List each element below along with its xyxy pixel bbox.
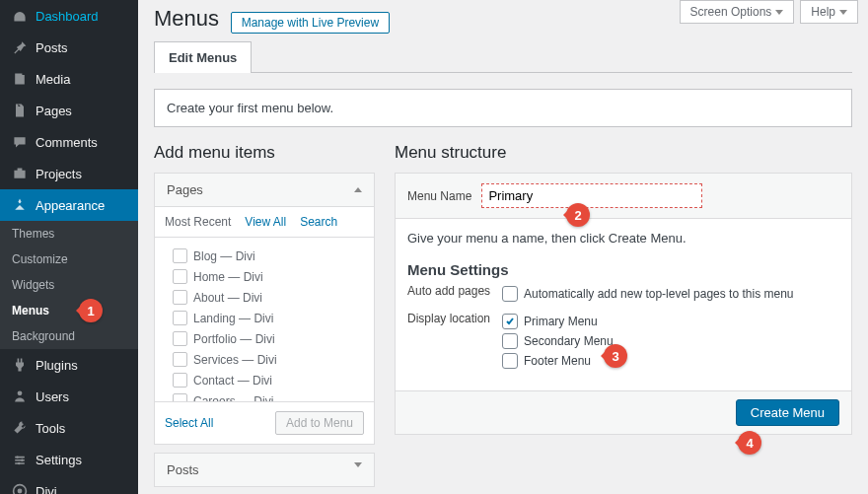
sidebar-item-pages[interactable]: Pages <box>0 95 138 126</box>
media-icon <box>10 71 30 87</box>
location-checkbox[interactable] <box>502 314 518 329</box>
pin-icon <box>10 39 30 55</box>
sidebar-item-label: Posts <box>36 40 68 55</box>
page-item[interactable]: Home — Divi <box>173 266 368 287</box>
menu-name-hint: Give your menu a name, then click Create… <box>407 231 839 246</box>
location-checkbox[interactable] <box>502 333 518 349</box>
sidebar-item-label: Appearance <box>36 198 105 213</box>
sidebar-item-label: Pages <box>36 104 72 118</box>
comments-icon <box>10 134 30 150</box>
sidebar-item-media[interactable]: Media <box>0 63 138 95</box>
page-checkbox[interactable] <box>173 373 187 388</box>
chevron-up-icon <box>354 187 362 192</box>
page-checkbox[interactable] <box>173 269 187 284</box>
subtab-most-recent[interactable]: Most Recent <box>165 215 231 229</box>
dashboard-icon <box>10 8 30 24</box>
page-item-label: Services — Divi <box>193 353 277 367</box>
manage-live-preview-button[interactable]: Manage with Live Preview <box>231 12 390 34</box>
auto-add-pages-label: Auto add pages <box>407 284 502 304</box>
sidebar-item-label: Media <box>36 72 70 87</box>
add-to-menu-button[interactable]: Add to Menu <box>275 411 364 435</box>
page-item[interactable]: Services — Divi <box>173 349 368 370</box>
sidebar-item-posts[interactable]: Posts <box>0 32 138 63</box>
sidebar-sub-background[interactable]: Background <box>0 323 138 349</box>
page-checkbox[interactable] <box>173 393 187 401</box>
page-item[interactable]: Careers — Divi <box>173 390 368 401</box>
page-checkbox[interactable] <box>173 352 187 367</box>
menu-name-input[interactable] <box>481 183 702 208</box>
page-item-label: Careers — Divi <box>193 394 273 402</box>
page-item[interactable]: Contact — Divi <box>173 370 368 390</box>
annotation-4: 4 <box>738 431 761 455</box>
sidebar-item-label: Users <box>36 389 69 404</box>
create-menu-button[interactable]: Create Menu <box>736 399 839 426</box>
chevron-down-icon <box>354 462 362 467</box>
page-title: Menus <box>154 6 219 32</box>
sidebar-item-dashboard[interactable]: Dashboard <box>0 0 138 32</box>
page-item[interactable]: Blog — Divi <box>173 246 368 266</box>
annotation-2: 2 <box>566 203 590 227</box>
sidebar-sub-widgets[interactable]: Widgets <box>0 272 138 298</box>
tab-edit-menus[interactable]: Edit Menus <box>154 41 252 73</box>
add-menu-items-heading: Add menu items <box>154 143 375 163</box>
users-icon <box>10 388 30 404</box>
sidebar-item-label: Settings <box>36 453 82 467</box>
sidebar-item-appearance[interactable]: Appearance <box>0 189 138 221</box>
screen-options-button[interactable]: Screen Options <box>680 0 795 24</box>
sidebar-item-users[interactable]: Users <box>0 381 138 412</box>
sidebar-item-projects[interactable]: Projects <box>0 158 138 189</box>
page-item-label: Blog — Divi <box>193 249 255 263</box>
pages-icon <box>10 103 30 118</box>
select-all-link[interactable]: Select All <box>165 416 213 430</box>
auto-add-pages-option: Automatically add new top-level pages to… <box>524 287 794 301</box>
sidebar-item-label: Tools <box>36 421 65 436</box>
svg-point-3 <box>18 462 20 464</box>
annotation-3: 3 <box>604 344 627 368</box>
auto-add-pages-checkbox[interactable] <box>502 286 518 302</box>
location-checkbox[interactable] <box>502 353 518 369</box>
accordion-pages-toggle[interactable]: Pages <box>155 174 374 206</box>
annotation-1: 1 <box>79 299 103 322</box>
page-checkbox[interactable] <box>173 331 187 346</box>
subtab-search[interactable]: Search <box>300 215 337 229</box>
sidebar-item-label: Comments <box>36 135 98 150</box>
sidebar-sub-themes[interactable]: Themes <box>0 221 138 247</box>
page-item-label: Portfolio — Divi <box>193 332 275 346</box>
appearance-icon <box>10 197 30 213</box>
page-item[interactable]: Landing — Divi <box>173 308 368 328</box>
accordion-pages: Pages Most Recent View All Search Blog —… <box>154 173 375 445</box>
sidebar-item-label: Plugins <box>36 358 78 373</box>
subtab-view-all[interactable]: View All <box>245 215 286 229</box>
notice-create-first-menu: Create your first menu below. <box>154 89 852 127</box>
sidebar-item-tools[interactable]: Tools <box>0 412 138 444</box>
sidebar-item-label: Projects <box>36 167 82 181</box>
chevron-down-icon <box>839 10 847 15</box>
page-checkbox[interactable] <box>173 290 187 305</box>
display-location-label: Display location <box>407 312 502 371</box>
page-item-label: Landing — Divi <box>193 312 273 325</box>
page-item[interactable]: About — Divi <box>173 287 368 308</box>
menu-structure-heading: Menu structure <box>395 143 852 163</box>
sidebar-item-label: Dashboard <box>36 9 99 24</box>
location-label: Secondary Menu <box>524 334 614 348</box>
portfolio-icon <box>10 166 30 181</box>
menu-name-label: Menu Name <box>407 189 471 203</box>
sidebar-item-label: Divi <box>36 484 57 495</box>
page-checkbox[interactable] <box>173 248 187 263</box>
divi-icon <box>10 483 30 494</box>
accordion-posts-toggle[interactable]: Posts <box>154 453 375 487</box>
admin-sidebar: DashboardPostsMediaPagesCommentsProjects… <box>0 0 138 494</box>
help-button[interactable]: Help <box>800 0 858 24</box>
plugins-icon <box>10 357 30 373</box>
sidebar-item-settings[interactable]: Settings <box>0 444 138 475</box>
svg-point-0 <box>18 390 23 395</box>
sidebar-item-divi[interactable]: Divi <box>0 475 138 494</box>
sidebar-sub-customize[interactable]: Customize <box>0 247 138 272</box>
svg-point-1 <box>16 456 18 458</box>
sidebar-item-comments[interactable]: Comments <box>0 126 138 158</box>
page-checkbox[interactable] <box>173 311 187 325</box>
sidebar-item-plugins[interactable]: Plugins <box>0 349 138 381</box>
page-item-label: About — Divi <box>193 291 262 305</box>
page-item[interactable]: Portfolio — Divi <box>173 328 368 349</box>
settings-icon <box>10 452 30 467</box>
